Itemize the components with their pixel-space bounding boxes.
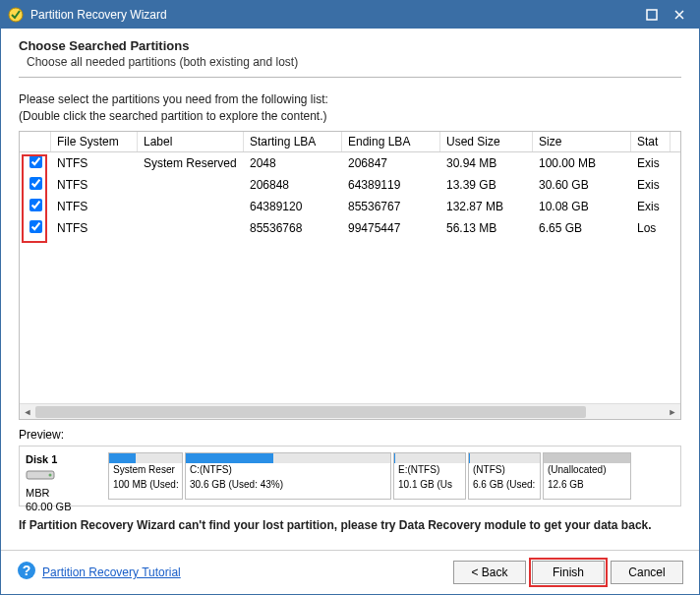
block-title: (Unallocated) bbox=[544, 463, 630, 478]
cell-used: 13.39 GB bbox=[440, 178, 533, 192]
usage-bar bbox=[469, 453, 540, 463]
col-label[interactable]: Label bbox=[138, 132, 244, 151]
usage-bar bbox=[394, 453, 465, 463]
block-title: System Reser bbox=[109, 463, 182, 478]
svg-point-3 bbox=[49, 474, 52, 477]
partition-block[interactable]: System Reser100 MB (Used: bbox=[108, 452, 183, 500]
col-ending-lba[interactable]: Ending LBA bbox=[342, 132, 440, 151]
block-title: E:(NTFS) bbox=[394, 463, 465, 478]
cell-stat: Exis bbox=[631, 156, 671, 170]
preview-label: Preview: bbox=[19, 428, 681, 442]
horizontal-scrollbar[interactable]: ◄ ► bbox=[20, 403, 680, 419]
help-link-group: ? Partition Recovery Tutorial bbox=[17, 561, 181, 584]
footer: ? Partition Recovery Tutorial < Back Fin… bbox=[1, 550, 699, 594]
cell-stat: Exis bbox=[631, 178, 671, 192]
disk-type: MBR bbox=[26, 486, 104, 500]
block-sub: 30.6 GB (Used: 43%) bbox=[186, 478, 390, 493]
col-filesystem[interactable]: File System bbox=[51, 132, 138, 151]
instruction-line-1: Please select the partitions you need fr… bbox=[19, 91, 681, 108]
scroll-left-icon[interactable]: ◄ bbox=[20, 404, 35, 420]
col-used-size[interactable]: Used Size bbox=[440, 132, 533, 151]
block-sub: 12.6 GB bbox=[544, 478, 630, 493]
cell-size: 10.08 GB bbox=[533, 200, 631, 213]
app-icon bbox=[7, 6, 25, 24]
preview-box: Disk 1 MBR 60.00 GB System Reser100 MB (… bbox=[19, 446, 681, 506]
cell-used: 56.13 MB bbox=[440, 221, 533, 235]
cell-stat: Exis bbox=[631, 200, 671, 213]
col-status[interactable]: Stat bbox=[631, 132, 671, 151]
tutorial-link[interactable]: Partition Recovery Tutorial bbox=[42, 565, 181, 579]
cell-slba: 2048 bbox=[244, 156, 342, 170]
cell-size: 6.65 GB bbox=[533, 221, 631, 235]
table-row[interactable]: NTFS2068486438911913.39 GB30.60 GBExis bbox=[20, 174, 680, 196]
row-checkbox[interactable] bbox=[29, 177, 42, 190]
row-checkbox[interactable] bbox=[29, 199, 42, 211]
table-body[interactable]: NTFSSystem Reserved204820684730.94 MB100… bbox=[20, 152, 680, 403]
cell-stat: Los bbox=[631, 221, 671, 235]
cell-fs: NTFS bbox=[51, 178, 138, 192]
page-title: Choose Searched Partitions bbox=[19, 38, 681, 53]
svg-rect-1 bbox=[647, 10, 657, 20]
partition-block[interactable]: (Unallocated)12.6 GB bbox=[543, 452, 631, 500]
titlebar: Partition Recovery Wizard bbox=[1, 1, 699, 29]
cell-elba: 99475447 bbox=[342, 221, 440, 235]
window-title: Partition Recovery Wizard bbox=[30, 8, 638, 22]
divider bbox=[19, 77, 681, 78]
cell-size: 30.60 GB bbox=[533, 178, 631, 192]
instruction-text: Please select the partitions you need fr… bbox=[19, 91, 681, 125]
svg-text:?: ? bbox=[23, 563, 31, 578]
block-title: (NTFS) bbox=[469, 463, 540, 478]
help-icon: ? bbox=[17, 561, 36, 584]
partition-blocks: System Reser100 MB (Used:C:(NTFS)30.6 GB… bbox=[108, 452, 674, 500]
row-checkbox[interactable] bbox=[29, 220, 42, 233]
block-sub: 10.1 GB (Us bbox=[394, 478, 465, 493]
table-row[interactable]: NTFS855367689947544756.13 MB6.65 GBLos bbox=[20, 217, 680, 239]
scroll-thumb[interactable] bbox=[35, 406, 586, 418]
disk-icon bbox=[26, 468, 55, 482]
row-checkbox[interactable] bbox=[29, 155, 42, 168]
disk-info: Disk 1 MBR 60.00 GB bbox=[26, 452, 108, 500]
page-subtitle: Choose all needed partitions (both exist… bbox=[27, 55, 681, 69]
block-sub: 6.6 GB (Used: bbox=[469, 478, 540, 493]
partitions-table: File System Label Starting LBA Ending LB… bbox=[19, 131, 681, 420]
col-check bbox=[20, 132, 51, 151]
cell-label: System Reserved bbox=[138, 156, 244, 170]
partition-block[interactable]: E:(NTFS)10.1 GB (Us bbox=[393, 452, 466, 500]
block-sub: 100 MB (Used: bbox=[109, 478, 182, 493]
col-starting-lba[interactable]: Starting LBA bbox=[244, 132, 342, 151]
cell-used: 132.87 MB bbox=[440, 200, 533, 213]
cell-used: 30.94 MB bbox=[440, 156, 533, 170]
maximize-icon[interactable] bbox=[638, 5, 666, 25]
table-header: File System Label Starting LBA Ending LB… bbox=[20, 132, 680, 152]
usage-bar bbox=[186, 453, 390, 463]
back-button[interactable]: < Back bbox=[453, 561, 526, 584]
cell-fs: NTFS bbox=[51, 221, 138, 235]
instruction-line-2: (Double click the searched partition to … bbox=[19, 108, 681, 125]
partition-block[interactable]: C:(NTFS)30.6 GB (Used: 43%) bbox=[185, 452, 391, 500]
finish-button[interactable]: Finish bbox=[532, 561, 605, 584]
cell-slba: 64389120 bbox=[244, 200, 342, 213]
scroll-right-icon[interactable]: ► bbox=[665, 404, 680, 420]
cell-elba: 64389119 bbox=[342, 178, 440, 192]
cell-elba: 85536767 bbox=[342, 200, 440, 213]
table-row[interactable]: NTFS6438912085536767132.87 MB10.08 GBExi… bbox=[20, 196, 680, 217]
close-icon[interactable] bbox=[666, 5, 693, 25]
cell-fs: NTFS bbox=[51, 200, 138, 213]
disk-name: Disk 1 bbox=[26, 452, 104, 466]
cancel-button[interactable]: Cancel bbox=[611, 561, 683, 584]
table-row[interactable]: NTFSSystem Reserved204820684730.94 MB100… bbox=[20, 152, 680, 174]
warning-text: If Partition Recovery Wizard can't find … bbox=[19, 518, 681, 532]
cell-elba: 206847 bbox=[342, 156, 440, 170]
cell-fs: NTFS bbox=[51, 156, 138, 170]
partition-block[interactable]: (NTFS)6.6 GB (Used: bbox=[468, 452, 541, 500]
col-size[interactable]: Size bbox=[533, 132, 631, 151]
block-title: C:(NTFS) bbox=[186, 463, 390, 478]
usage-bar bbox=[109, 453, 182, 463]
usage-bar bbox=[544, 453, 630, 463]
cell-size: 100.00 MB bbox=[533, 156, 631, 170]
disk-size: 60.00 GB bbox=[26, 500, 104, 513]
cell-slba: 206848 bbox=[244, 178, 342, 192]
cell-slba: 85536768 bbox=[244, 221, 342, 235]
